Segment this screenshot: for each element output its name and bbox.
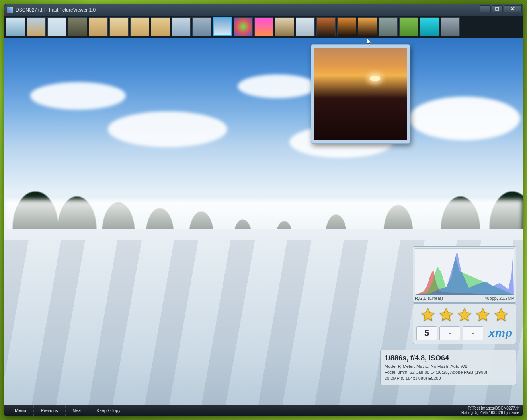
thumbnail[interactable]: [379, 17, 398, 36]
menu-button[interactable]: Menu: [8, 405, 34, 416]
rating-value-box[interactable]: 5: [416, 326, 437, 340]
thumbnail[interactable]: [172, 17, 191, 36]
thumbnail[interactable]: [213, 17, 232, 36]
thumbnail-preview-popup: [311, 44, 410, 144]
minimize-button[interactable]: [480, 5, 491, 12]
status-path: F:\Test Images\DSCN0277.tif: [460, 406, 519, 410]
thumbnail[interactable]: [399, 17, 418, 36]
thumbnail[interactable]: [234, 17, 253, 36]
thumbnail[interactable]: [275, 17, 294, 36]
thumbnail[interactable]: [68, 17, 87, 36]
rating-panel[interactable]: 5 - - xmp: [413, 303, 516, 344]
histogram-panel[interactable]: R,G,B (Linear) 48bpp, 20.2MP: [413, 246, 516, 303]
thumbnail[interactable]: [27, 17, 46, 36]
minimize-icon: [483, 7, 487, 11]
star-icon[interactable]: [457, 307, 472, 323]
maximize-button[interactable]: [492, 5, 503, 12]
exif-line-1: Mode: P, Meter: Matrix, No Flash, Auto W…: [385, 364, 512, 369]
exif-line-2: Focal: 8mm, 22-Jan-05 14:36:25, Adobe RG…: [385, 369, 512, 375]
star-icon[interactable]: [475, 307, 491, 323]
histogram-plot: [415, 248, 514, 295]
rating-label-box-1[interactable]: -: [439, 326, 460, 340]
exif-line-3: 20.2MP (5'184x3'888) E5200: [385, 375, 512, 381]
maximize-icon: [495, 7, 499, 11]
close-icon: [511, 7, 515, 11]
histogram-info-label: 48bpp, 20.2MP: [484, 296, 514, 301]
exif-headline: 1/886s, f/4.8, ISO64: [385, 353, 512, 363]
thumbnail[interactable]: [47, 17, 66, 36]
thumbnail[interactable]: [192, 17, 211, 36]
thumbnail[interactable]: [441, 17, 460, 36]
star-icon[interactable]: [438, 307, 454, 323]
app-icon: [7, 7, 13, 13]
xmp-logo: xmp: [486, 327, 513, 340]
thumbnail[interactable]: [89, 17, 108, 36]
app-window: DSCN0277.tif - FastPictureViewer 1.0: [4, 4, 523, 416]
thumbnail[interactable]: [130, 17, 149, 36]
star-icon[interactable]: [493, 307, 509, 323]
star-row: [416, 307, 513, 323]
star-icon[interactable]: [420, 307, 436, 323]
close-button[interactable]: [504, 5, 522, 12]
thumbnail[interactable]: [337, 17, 356, 36]
svg-rect-0: [484, 10, 487, 10]
status-info: [Rating=5] 25% 169/326 by name: [460, 410, 519, 415]
next-button[interactable]: Next: [66, 405, 90, 416]
rating-label-box-2[interactable]: -: [463, 326, 483, 340]
window-controls: [480, 5, 522, 12]
thumbnail[interactable]: [109, 17, 129, 36]
thumbnail[interactable]: [358, 17, 377, 36]
thumbnail[interactable]: [254, 17, 273, 36]
previous-button[interactable]: Previous: [34, 405, 66, 416]
thumbnail[interactable]: [151, 17, 170, 36]
thumbnail[interactable]: [420, 17, 439, 36]
titlebar[interactable]: DSCN0277.tif - FastPictureViewer 1.0: [4, 4, 523, 16]
histogram-mode-label: R,G,B (Linear): [415, 296, 443, 301]
svg-rect-1: [496, 7, 499, 10]
thumbnail[interactable]: [316, 17, 336, 36]
preview-image: [314, 48, 407, 140]
exif-panel[interactable]: 1/886s, f/4.8, ISO64 Mode: P, Meter: Mat…: [380, 350, 516, 385]
thumbnail-strip[interactable]: [4, 16, 523, 38]
keep-copy-button[interactable]: Keep / Copy: [89, 405, 128, 416]
thumbnail[interactable]: [6, 17, 25, 36]
thumbnail[interactable]: [296, 17, 315, 36]
window-title: DSCN0277.tif - FastPictureViewer 1.0: [16, 7, 96, 13]
status-bar: Menu Previous Next Keep / Copy F:\Test I…: [4, 405, 523, 416]
